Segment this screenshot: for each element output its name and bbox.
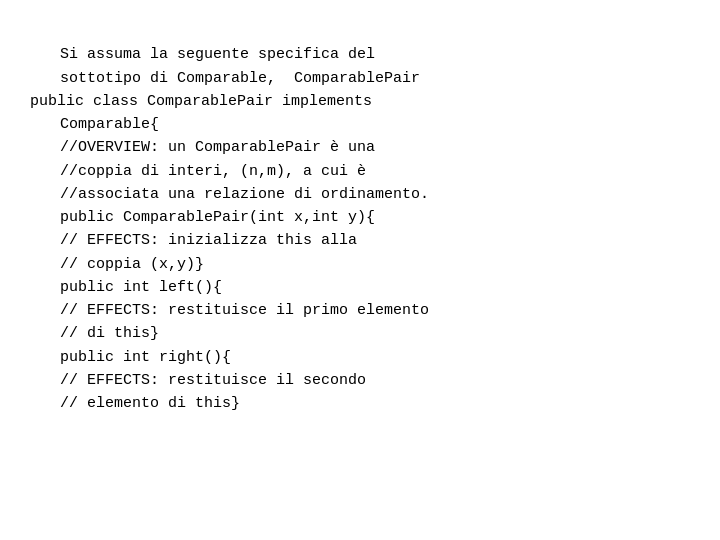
code-line: public class ComparablePair implements (30, 90, 690, 113)
code-line: // EFFECTS: inizializza this alla (30, 229, 690, 252)
code-line: // EFFECTS: restituisce il secondo (30, 369, 690, 392)
code-line: // elemento di this} (30, 392, 690, 415)
code-line: // di this} (30, 322, 690, 345)
code-line: Comparable{ (30, 113, 690, 136)
code-line: //coppia di interi, (n,m), a cui è (30, 160, 690, 183)
code-line: //associata una relazione di ordinamento… (30, 183, 690, 206)
code-line: public ComparablePair(int x,int y){ (30, 206, 690, 229)
code-line: public int right(){ (30, 346, 690, 369)
code-line: // coppia (x,y)} (30, 253, 690, 276)
code-line: public int left(){ (30, 276, 690, 299)
code-block: Si assuma la seguente specifica delsotto… (0, 0, 720, 435)
code-line: // EFFECTS: restituisce il primo element… (30, 299, 690, 322)
code-line: Si assuma la seguente specifica del (30, 43, 690, 66)
code-line: sottotipo di Comparable, ComparablePair (30, 67, 690, 90)
code-line: //OVERVIEW: un ComparablePair è una (30, 136, 690, 159)
